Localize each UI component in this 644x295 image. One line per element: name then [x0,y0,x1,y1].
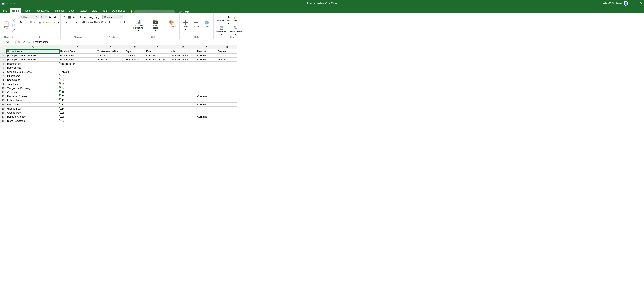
cell-H17[interactable] [217,115,237,119]
cell-E16[interactable] [145,111,170,115]
cell-B6[interactable]: Tdfvx24 [60,70,96,74]
cell-E4[interactable] [145,62,170,66]
find-select-button[interactable]: 🔍 Find & Select ▼ [228,26,242,36]
tab-view[interactable]: View [89,8,100,14]
cell-B1[interactable]: Product Code [60,50,96,54]
autosum-dropdown[interactable]: ▼ [219,22,221,24]
row-header-11[interactable]: 11 [0,90,6,94]
format-dropdown[interactable]: ▼ [206,28,208,30]
cell-E2[interactable]: Contains [145,54,170,58]
cell-C8[interactable] [96,78,125,82]
cell-F11[interactable] [170,90,196,94]
cell-F12[interactable] [170,94,196,98]
cell-F2[interactable]: Does not contain [170,54,196,58]
cell-B16[interactable]: 135 [60,111,96,115]
cell-E13[interactable] [145,98,170,102]
cell-E1[interactable]: Fish [145,50,170,54]
cell-G16[interactable] [196,111,217,115]
cell-H5[interactable] [217,66,237,70]
cell-A7[interactable]: Mushrooms [6,74,60,78]
row-header-7[interactable]: 7 [0,74,6,78]
cell-A10[interactable]: Vinegarette Dressing [6,86,60,90]
cell-H8[interactable] [217,78,237,82]
cell-D10[interactable] [125,86,145,90]
col-header-h[interactable]: H [217,45,237,50]
cell-D11[interactable] [125,90,145,94]
cell-C15[interactable] [96,107,125,111]
cell-G3[interactable]: Contains [196,58,217,62]
cell-H6[interactable] [217,70,237,74]
cell-D8[interactable] [125,78,145,82]
format-button[interactable]: ⚙️ Format ▼ [202,19,212,31]
cell-reference-box[interactable] [1,40,14,44]
cell-styles-dropdown[interactable]: ▼ [170,28,172,30]
cell-G12[interactable]: Contains [196,94,217,98]
align-center-button[interactable]: ☰ [69,20,74,24]
indent-decrease-button[interactable]: ⬅ [83,15,88,19]
currency-button[interactable]: $ [100,20,104,24]
cell-C10[interactable] [96,86,125,90]
text-direction-button[interactable]: ⟳ [78,15,82,19]
tab-formulas[interactable]: Formulas [51,8,66,14]
cell-E8[interactable] [145,78,170,82]
cell-D2[interactable]: Contains [125,54,145,58]
underline-button[interactable]: U [29,20,33,25]
cell-G1[interactable]: Peanuts [196,50,217,54]
cell-G5[interactable] [196,66,217,70]
cell-H18[interactable] [217,119,237,123]
cell-F6[interactable] [170,70,196,74]
cell-C9[interactable] [96,82,125,86]
cell-G6[interactable] [196,70,217,74]
quick-access-dropdown[interactable]: ▼ [14,2,16,4]
row-header-2[interactable]: 2 [0,54,6,58]
row-header-17[interactable]: 17 [0,115,6,119]
cell-C6[interactable] [96,70,125,74]
cell-E10[interactable] [145,86,170,90]
cell-D15[interactable] [125,107,145,111]
cell-C3[interactable]: May contain [96,58,125,62]
cell-F15[interactable] [170,107,196,111]
font-color-button[interactable]: A [52,20,57,25]
underline-dropdown[interactable]: ▼ [34,22,36,24]
cell-B12[interactable]: 130 [60,94,96,98]
autosum-button[interactable]: Σ AutoSum ▼ [215,15,225,25]
cell-C7[interactable] [96,74,125,78]
tab-insert[interactable]: Insert [22,8,32,14]
cell-C12[interactable] [96,94,125,98]
comma-button[interactable]: , [112,20,116,24]
cell-A1[interactable]: Product name [6,50,60,54]
cell-A15[interactable]: Ground Beef [6,107,60,111]
number-format-dropdown[interactable]: ▼ [123,16,125,18]
formula-input[interactable] [32,40,643,44]
cell-H9[interactable] [217,82,237,86]
font-size-select[interactable]: 11 [40,15,48,19]
cell-A16[interactable]: Ground Pork [6,111,60,115]
cell-C14[interactable] [96,102,125,107]
cell-H13[interactable] [217,98,237,102]
currency-dropdown[interactable]: ▼ [105,21,106,23]
cell-G7[interactable] [196,74,217,78]
tab-quickbooks[interactable]: QuickBooks [109,8,127,14]
decrease-font-size-button[interactable]: A↓ [54,15,58,19]
cell-D3[interactable]: May contain [125,58,145,62]
cell-B10[interactable]: 127 [60,86,96,90]
cell-A13[interactable]: Iceberg Lettuce [6,98,60,102]
tell-me-input[interactable] [134,10,175,14]
insert-function-button[interactable]: fx [27,40,32,44]
cell-E5[interactable] [145,66,170,70]
cell-D18[interactable] [125,119,145,123]
cell-A14[interactable]: Blue Cheese [6,102,60,107]
cell-D12[interactable] [125,94,145,98]
cell-F3[interactable]: Does not contain [170,58,196,62]
cut-button[interactable]: ✂️ [12,18,16,22]
conditional-formatting-dropdown[interactable]: ▼ [138,30,139,32]
cell-D4[interactable] [125,62,145,66]
borders-dropdown[interactable]: ▼ [43,22,44,24]
cell-E3[interactable]: Does not contain [145,58,170,62]
cell-D14[interactable] [125,102,145,107]
cell-H3[interactable]: May co... [217,58,237,62]
cell-H11[interactable] [217,90,237,94]
cell-F7[interactable] [170,74,196,78]
col-header-d[interactable]: D [125,45,145,50]
fill-dropdown[interactable]: ▼ [228,22,229,24]
